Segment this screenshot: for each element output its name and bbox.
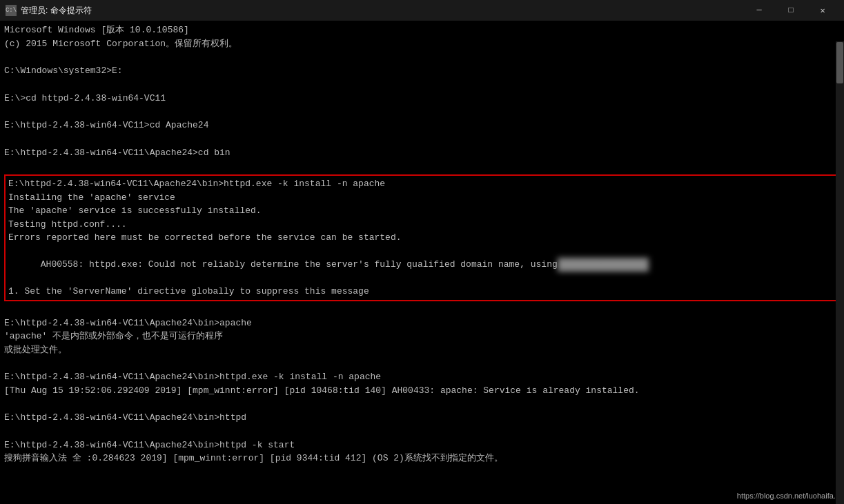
terminal-line-empty: [4, 397, 840, 411]
highlight-line: 1. Set the 'ServerName' directive global…: [8, 285, 836, 299]
highlight-line: Errors reported here must be corrected b…: [8, 231, 836, 245]
terminal-line: E:\httpd-2.4.38-win64-VC11\Apache24\bin>…: [4, 411, 840, 425]
highlight-line-prefix: AH00558: httpd.exe: Could not reliably d…: [41, 259, 558, 270]
maximize-button[interactable]: □: [775, 0, 807, 21]
highlight-section: E:\httpd-2.4.38-win64-VC11\Apache24\bin>…: [4, 174, 840, 301]
scrollbar-thumb[interactable]: [836, 42, 843, 83]
terminal-line: E:\>cd httpd-2.4.38-win64-VC11: [4, 92, 840, 105]
highlight-line: The 'apache' service is successfully ins…: [8, 204, 836, 218]
terminal-line-empty: [4, 132, 840, 146]
titlebar: C:\ 管理员: 命令提示符 ─ □ ✕: [0, 0, 844, 21]
titlebar-buttons: ─ □ ✕: [743, 0, 838, 21]
highlight-line-redacted: AH00558: httpd.exe: Could not reliably d…: [8, 245, 836, 285]
close-button[interactable]: ✕: [807, 0, 838, 21]
terminal-line-empty: [4, 78, 840, 92]
terminal-line: 搜狗拼音输入法 全 :0.284623 2019] [mpm_winnt:err…: [4, 452, 840, 465]
terminal-line: (c) 2015 Microsoft Corporation。保留所有权利。: [4, 37, 840, 51]
highlight-line: Installing the 'apache' service: [8, 191, 836, 205]
terminal-line-empty: [4, 356, 840, 370]
terminal-line: 或批处理文件。: [4, 343, 840, 357]
titlebar-icon: C:\: [6, 5, 17, 16]
terminal-line: E:\httpd-2.4.38-win64-VC11\Apache24\bin>…: [4, 316, 840, 330]
terminal-line: Microsoft Windows [版本 10.0.10586]: [4, 23, 840, 37]
terminal-line-empty: [4, 159, 840, 173]
minimize-button[interactable]: ─: [743, 0, 775, 21]
redacted-text: 192.168.1.100: [558, 258, 649, 272]
highlight-line: Testing httpd.conf....: [8, 218, 836, 232]
terminal-line: E:\httpd-2.4.38-win64-VC11>cd Apache24: [4, 119, 840, 132]
terminal-line: [Thu Aug 15 19:52:06.292409 2019] [mpm_w…: [4, 384, 840, 398]
terminal-line: E:\httpd-2.4.38-win64-VC11\Apache24>cd b…: [4, 146, 840, 160]
terminal-line: E:\httpd-2.4.38-win64-VC11\Apache24\bin>…: [4, 370, 840, 384]
terminal: Microsoft Windows [版本 10.0.10586] (c) 20…: [0, 21, 844, 504]
terminal-line-empty: [4, 303, 840, 316]
watermark: https://blog.csdn.net/luohaifa...: [737, 492, 840, 500]
terminal-line: E:\httpd-2.4.38-win64-VC11\Apache24\bin>…: [4, 439, 840, 452]
titlebar-title: 管理员: 命令提示符: [21, 5, 743, 17]
terminal-line-empty: [4, 105, 840, 119]
terminal-line: C:\Windows\system32>E:: [4, 64, 840, 78]
terminal-line-empty: [4, 50, 840, 64]
highlight-line: E:\httpd-2.4.38-win64-VC11\Apache24\bin>…: [8, 177, 836, 191]
terminal-line: 'apache' 不是内部或外部命令，也不是可运行的程序: [4, 330, 840, 343]
scrollbar[interactable]: [836, 41, 844, 504]
terminal-line-empty: [4, 425, 840, 439]
